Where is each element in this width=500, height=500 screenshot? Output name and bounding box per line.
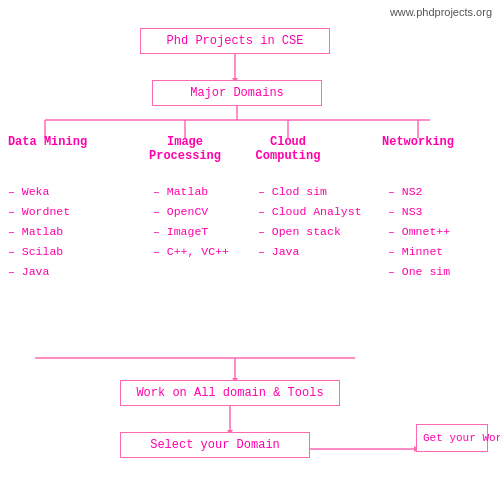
list-item: NS2 [388,182,450,202]
list-item: Java [258,242,362,262]
work-box: Work on All domain & Tools [120,380,340,406]
list-item: Scilab [8,242,70,262]
list-networking: NS2 NS3 Omnet++ Minnet One sim [388,182,450,282]
domain-label-networking: Networking [378,135,458,149]
list-item: Clod sim [258,182,362,202]
get-work-box: Get your Work [416,424,488,452]
phd-box: Phd Projects in CSE [140,28,330,54]
diagram: www.phdprojects.org [0,0,500,500]
list-item: Java [8,262,70,282]
select-domain-box[interactable]: Select your Domain [120,432,310,458]
list-item: C++, VC++ [153,242,229,262]
list-cloudcomputing: Clod sim Cloud Analyst Open stack Java [258,182,362,262]
list-item: Cloud Analyst [258,202,362,222]
list-item: Minnet [388,242,450,262]
list-item: Weka [8,182,70,202]
list-item: ImageT [153,222,229,242]
list-item: Open stack [258,222,362,242]
list-item: Omnet++ [388,222,450,242]
list-item: Wordnet [8,202,70,222]
list-item: OpenCV [153,202,229,222]
domain-label-datamining: Data Mining [0,135,95,149]
domain-label-cloudcomputing: CloudComputing [248,135,328,163]
list-item: One sim [388,262,450,282]
watermark-text: www.phdprojects.org [390,6,492,18]
list-item: NS3 [388,202,450,222]
list-datamining: Weka Wordnet Matlab Scilab Java [8,182,70,282]
list-item: Matlab [153,182,229,202]
major-domains-box: Major Domains [152,80,322,106]
domain-label-imageprocessing: ImageProcessing [145,135,225,163]
list-item: Matlab [8,222,70,242]
list-imageprocessing: Matlab OpenCV ImageT C++, VC++ [153,182,229,262]
